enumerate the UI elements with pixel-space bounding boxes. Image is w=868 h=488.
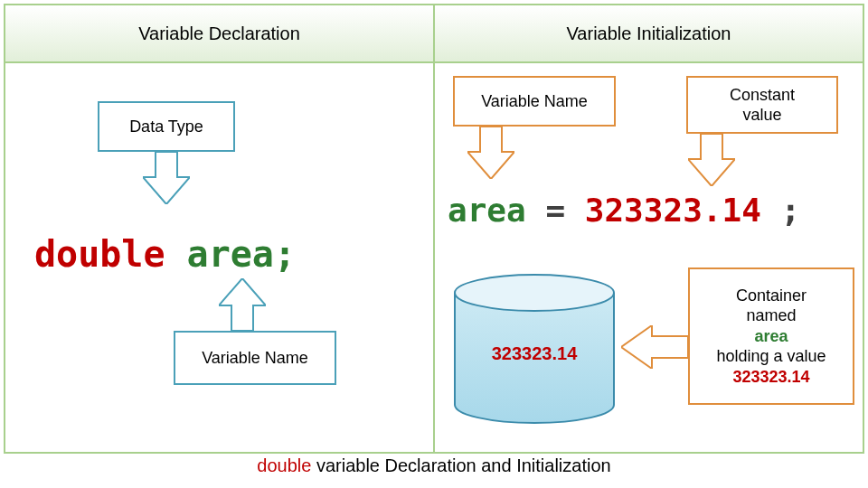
code-init-ident: area: [448, 192, 526, 229]
callout-variable-name-left: Variable Name: [174, 331, 336, 385]
container-val: 323323.14: [732, 367, 809, 388]
header-initialization: Variable Initialization: [434, 5, 863, 62]
header-declaration: Variable Declaration: [5, 5, 434, 62]
svg-marker-3: [688, 134, 735, 186]
arrow-up-icon: [219, 278, 266, 331]
callout-varname-left-text: Variable Name: [202, 349, 308, 368]
callout-constant-l2: value: [742, 105, 781, 126]
header-right-text: Variable Initialization: [567, 23, 731, 43]
container-l1: Container: [736, 286, 807, 306]
code-declaration: double area;: [34, 233, 296, 275]
header-left-text: Variable Declaration: [138, 23, 300, 43]
container-area: area: [754, 326, 788, 347]
cylinder-container: 323323.14: [449, 273, 619, 425]
code-initialization: area = 323323.14 ;: [448, 192, 800, 229]
svg-marker-0: [143, 152, 190, 204]
container-l2: named: [746, 305, 796, 326]
caption-rest: variable Declaration and Initialization: [311, 455, 610, 475]
callout-variable-name-right: Variable Name: [453, 76, 616, 127]
code-identifier: area;: [187, 233, 296, 275]
code-init-num: 323323.14: [585, 192, 761, 229]
arrow-down-icon: [143, 152, 190, 204]
callout-data-type-text: Data Type: [129, 117, 203, 136]
callout-data-type: Data Type: [98, 101, 235, 152]
svg-marker-1: [219, 278, 266, 331]
svg-marker-2: [467, 127, 514, 179]
code-init-eq: =: [545, 192, 565, 229]
callout-constant-l1: Constant: [730, 85, 795, 106]
arrow-left-icon: [621, 325, 688, 369]
arrow-down-icon: [688, 134, 735, 186]
callout-constant-value: Constant value: [686, 76, 838, 134]
callout-varname-right-text: Variable Name: [481, 91, 588, 112]
code-init-semi: ;: [781, 192, 801, 229]
callout-container-desc: Container named area holding a value 323…: [688, 267, 854, 405]
caption-keyword: double: [257, 455, 311, 475]
code-keyword: double: [34, 233, 165, 275]
svg-marker-5: [621, 325, 688, 369]
cell-initialization: Variable Name Constant value area = 3233…: [434, 62, 863, 453]
svg-point-4: [455, 275, 614, 311]
container-l4: holding a value: [716, 346, 826, 367]
cylinder-value: 323323.14: [449, 343, 619, 364]
cell-declaration: Data Type double area; Variable Name: [5, 62, 434, 453]
caption: double variable Declaration and Initiali…: [0, 455, 868, 476]
arrow-down-icon: [467, 127, 514, 179]
diagram-table: Variable Declaration Variable Initializa…: [4, 4, 864, 454]
